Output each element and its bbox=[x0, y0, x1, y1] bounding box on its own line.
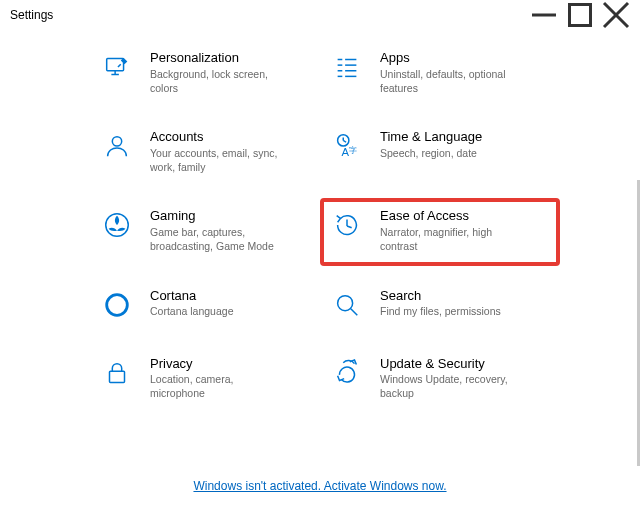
tile-desc: Find my files, permissions bbox=[380, 305, 501, 319]
tile-desc: Cortana language bbox=[150, 305, 233, 319]
tile-title: Search bbox=[380, 288, 501, 305]
svg-point-26 bbox=[338, 295, 353, 310]
tile-title: Gaming bbox=[150, 208, 290, 225]
tile-desc: Speech, region, date bbox=[380, 147, 482, 161]
tile-personalization[interactable]: Personalization Background, lock screen,… bbox=[100, 50, 320, 95]
tile-title: Cortana bbox=[150, 288, 233, 305]
tile-desc: Location, camera, microphone bbox=[150, 373, 290, 400]
tile-desc: Game bar, captures, broadcasting, Game M… bbox=[150, 226, 290, 253]
settings-grid: Personalization Background, lock screen,… bbox=[0, 30, 640, 401]
tile-title: Ease of Access bbox=[380, 208, 520, 225]
search-icon bbox=[330, 288, 364, 322]
apps-icon bbox=[330, 50, 364, 84]
cortana-icon bbox=[100, 288, 134, 322]
update-security-icon bbox=[330, 356, 364, 390]
tile-privacy[interactable]: Privacy Location, camera, microphone bbox=[100, 356, 320, 401]
tile-desc: Your accounts, email, sync, work, family bbox=[150, 147, 290, 174]
tile-accounts[interactable]: Accounts Your accounts, email, sync, wor… bbox=[100, 129, 320, 174]
tile-title: Accounts bbox=[150, 129, 290, 146]
privacy-icon bbox=[100, 356, 134, 390]
tile-gaming[interactable]: Gaming Game bar, captures, broadcasting,… bbox=[100, 208, 320, 253]
tile-desc: Windows Update, recovery, backup bbox=[380, 373, 520, 400]
highlight-box: Ease of Access Narrator, magnifier, high… bbox=[320, 198, 560, 265]
svg-line-19 bbox=[343, 141, 346, 143]
time-language-icon: A字 bbox=[330, 129, 364, 163]
ease-of-access-icon bbox=[330, 208, 364, 242]
tile-cortana[interactable]: Cortana Cortana language bbox=[100, 288, 320, 322]
window-controls bbox=[526, 2, 634, 28]
svg-point-25 bbox=[107, 294, 128, 315]
tile-title: Privacy bbox=[150, 356, 290, 373]
svg-text:字: 字 bbox=[349, 145, 357, 155]
tile-desc: Background, lock screen, colors bbox=[150, 68, 290, 95]
svg-rect-1 bbox=[570, 5, 591, 26]
minimize-button[interactable] bbox=[526, 2, 562, 28]
tile-apps[interactable]: Apps Uninstall, defaults, optional featu… bbox=[330, 50, 550, 95]
settings-content: Personalization Background, lock screen,… bbox=[0, 30, 640, 466]
tile-title: Apps bbox=[380, 50, 520, 67]
tile-title: Personalization bbox=[150, 50, 290, 67]
tile-time-language[interactable]: A字 Time & Language Speech, region, date bbox=[330, 129, 550, 174]
svg-line-27 bbox=[351, 308, 358, 315]
tile-title: Update & Security bbox=[380, 356, 520, 373]
tile-ease-of-access[interactable]: Ease of Access Narrator, magnifier, high… bbox=[330, 208, 550, 253]
tile-search[interactable]: Search Find my files, permissions bbox=[330, 288, 550, 322]
tile-desc: Uninstall, defaults, optional features bbox=[380, 68, 520, 95]
activate-windows-link[interactable]: Windows isn't activated. Activate Window… bbox=[193, 479, 446, 493]
maximize-button[interactable] bbox=[562, 2, 598, 28]
activation-footer: Windows isn't activated. Activate Window… bbox=[0, 466, 640, 506]
tile-title: Time & Language bbox=[380, 129, 482, 146]
titlebar: Settings bbox=[0, 0, 640, 30]
window-title: Settings bbox=[6, 8, 53, 22]
svg-rect-28 bbox=[110, 371, 125, 382]
svg-line-7 bbox=[118, 64, 121, 67]
personalization-icon bbox=[100, 50, 134, 84]
gaming-icon bbox=[100, 208, 134, 242]
tile-desc: Narrator, magnifier, high contrast bbox=[380, 226, 520, 253]
accounts-icon bbox=[100, 129, 134, 163]
tile-update-security[interactable]: Update & Security Windows Update, recove… bbox=[330, 356, 550, 401]
close-button[interactable] bbox=[598, 2, 634, 28]
svg-point-16 bbox=[112, 137, 121, 146]
svg-line-24 bbox=[347, 226, 352, 228]
